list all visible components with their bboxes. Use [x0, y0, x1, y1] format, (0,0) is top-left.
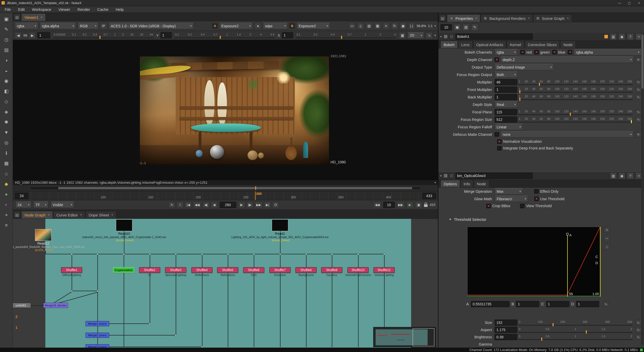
- roi-icon[interactable]: ▣: [400, 23, 406, 29]
- gizmo-icon[interactable]: ◆: [2, 179, 11, 189]
- float-panel-icon[interactable]: ▥: [610, 33, 617, 40]
- animation-menu-icon[interactable]: ∿: [635, 94, 641, 100]
- toolsets-icon[interactable]: ▦: [2, 159, 11, 168]
- edit-icon[interactable]: ✎: [471, 24, 478, 31]
- pause-icon[interactable]: | |: [408, 23, 415, 29]
- size-input[interactable]: [495, 320, 517, 326]
- tab-background-renders[interactable]: Background Renders×: [481, 14, 533, 22]
- input-process-button[interactable]: IP: [100, 23, 107, 29]
- particles-icon[interactable]: ✱: [2, 118, 11, 127]
- tab-node-graph[interactable]: Node Graph×: [21, 211, 53, 219]
- minimap-viewport[interactable]: [413, 328, 434, 346]
- deep-icon[interactable]: ▼: [2, 128, 11, 137]
- play-forward-button[interactable]: ▶: [238, 202, 245, 208]
- other-icon[interactable]: ⌂: [2, 169, 11, 178]
- blue-checkbox[interactable]: ×: [552, 50, 557, 54]
- visible-dropdown[interactable]: Visible▾: [50, 202, 74, 208]
- lock-range-icon[interactable]: [424, 204, 428, 207]
- slider-handle[interactable]: [220, 36, 221, 39]
- slider-handle[interactable]: [631, 120, 632, 123]
- loop-mode-button[interactable]: ↻: [168, 202, 175, 208]
- animation-menu-icon[interactable]: ∿: [603, 301, 609, 307]
- scrollbar-thumb[interactable]: [641, 35, 643, 89]
- a-input[interactable]: [471, 301, 510, 307]
- tab-corrective-slices[interactable]: Corrective Slices: [525, 41, 560, 48]
- alpha-layer-dropdown[interactable]: rgba.alpha▾: [40, 23, 76, 29]
- aspect-input[interactable]: [495, 327, 517, 333]
- display-channels-dropdown[interactable]: RGB▾: [78, 23, 98, 29]
- tab-curve-editor[interactable]: Curve Editor×: [53, 211, 85, 219]
- node-color-swatch[interactable]: [444, 35, 448, 39]
- draw-icon[interactable]: ✎: [2, 25, 11, 34]
- node-merge2[interactable]: Merge2 (over): [86, 333, 109, 338]
- maximize-button[interactable]: ▢: [624, 0, 634, 6]
- refresh-icon[interactable]: ↻: [391, 23, 398, 29]
- node-shuffle2[interactable]: Shuffle2: [139, 267, 160, 273]
- ocio-icon[interactable]: ◐: [2, 200, 11, 209]
- close-tab-icon[interactable]: ×: [48, 213, 50, 217]
- node-shuffle9[interactable]: Shuffle9: [321, 267, 342, 273]
- focus-region-falloff-dropdown[interactable]: Linear▾: [495, 124, 523, 130]
- menu-file[interactable]: File: [1, 6, 14, 13]
- focus-region-output-dropdown[interactable]: Both▾: [495, 71, 518, 78]
- node-name-input[interactable]: [455, 33, 533, 40]
- scrub-track[interactable]: [31, 187, 420, 189]
- node-usshift1[interactable]: usShift1: [13, 303, 31, 308]
- help-icon[interactable]: ?: [627, 172, 634, 179]
- crop-bbox-checkbox[interactable]: ×: [486, 204, 491, 208]
- float-panel-icon[interactable]: ▥: [610, 172, 617, 179]
- wipe-center-button[interactable]: ●: [255, 23, 261, 29]
- properties-scrollbar[interactable]: [641, 33, 644, 345]
- snap-icon[interactable]: ⌖: [2, 210, 11, 220]
- tab-optical-artifacts[interactable]: Optical Artifacts: [473, 41, 506, 48]
- close-tab-icon[interactable]: ×: [567, 16, 569, 20]
- center-node-icon[interactable]: ◉: [618, 33, 625, 40]
- slider-handle[interactable]: [553, 323, 554, 326]
- gamma-input[interactable]: [160, 32, 172, 38]
- alpha-channel-dropdown[interactable]: rgba.alpha▾: [574, 49, 641, 55]
- dot-node[interactable]: [123, 253, 125, 255]
- channel-icon[interactable]: ▤: [2, 45, 11, 55]
- node-merge3[interactable]: Merge3 (over): [86, 344, 109, 348]
- tab-bokeh[interactable]: Bokeh: [440, 41, 458, 48]
- pane-menu-icon[interactable]: ▤: [14, 14, 20, 20]
- glow-math-dropdown[interactable]: Fibonacci▾: [495, 196, 528, 202]
- front-multiplier-input[interactable]: [495, 87, 517, 93]
- tab-dope-sheet[interactable]: Dope Sheet×: [86, 211, 116, 219]
- keyer-icon[interactable]: ◉: [2, 76, 11, 86]
- prev-frame-button[interactable]: ◀|: [203, 202, 209, 208]
- close-button[interactable]: ×: [634, 0, 644, 6]
- channel-menu-icon[interactable]: ≡: [635, 132, 641, 137]
- animation-menu-icon[interactable]: ∿: [635, 87, 641, 93]
- node-shuffle6[interactable]: Shuffle6: [243, 267, 264, 273]
- merge-operation-dropdown[interactable]: Max▾: [495, 188, 523, 195]
- animation-menu-icon[interactable]: ∿: [635, 117, 641, 122]
- flipbook-button[interactable]: ▶: [406, 202, 413, 208]
- panel-color-swatch[interactable]: [604, 35, 608, 39]
- playhead-marker[interactable]: [255, 186, 256, 190]
- animation-menu-icon[interactable]: ∿: [635, 334, 641, 340]
- gain-input[interactable]: [37, 32, 50, 38]
- node-shuffle5[interactable]: Shuffle5: [217, 267, 238, 273]
- gl-color-swatch[interactable]: [450, 35, 454, 39]
- focal-plane-slider[interactable]: 120406080100120140160180200220240256: [518, 108, 633, 116]
- grid-icon[interactable]: ▦: [399, 32, 406, 39]
- goto-start-button[interactable]: |◀: [185, 202, 192, 208]
- slider-handle[interactable]: [519, 90, 520, 93]
- front-multiplier-slider[interactable]: 120406080100120140160180200220240256: [518, 86, 633, 93]
- slider-handle[interactable]: [99, 36, 100, 39]
- dot-node[interactable]: [305, 253, 307, 255]
- slider-handle[interactable]: [341, 36, 342, 39]
- next-frame-button[interactable]: |▶: [247, 202, 253, 208]
- ruler-track[interactable]: 100150200250300350400 260: [31, 191, 420, 200]
- threshold-selector-group[interactable]: ▼ Threshold Selector: [449, 215, 644, 223]
- next-keyframe-button[interactable]: ▶▶: [255, 202, 262, 208]
- animation-menu-icon[interactable]: ∿: [635, 327, 641, 333]
- timeline-ruler[interactable]: 24 100150200250300350400 260 433: [13, 191, 438, 200]
- safe-zone-icon[interactable]: ▯: [357, 23, 364, 29]
- transform-icon[interactable]: ◇: [2, 97, 11, 106]
- node-name-input[interactable]: [455, 173, 533, 179]
- brightness-slider[interactable]: 00.511.52: [518, 333, 633, 341]
- depth-style-dropdown[interactable]: Real▾: [495, 101, 518, 108]
- dot-node[interactable]: [97, 290, 98, 292]
